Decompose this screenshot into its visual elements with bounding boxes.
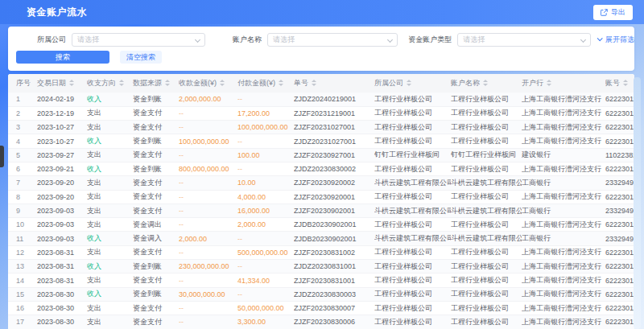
account-name-select-placeholder: 请选择 <box>273 35 295 45</box>
column-header-bank[interactable]: 开户行 <box>522 74 605 93</box>
company-select[interactable]: 请选择 <box>72 33 205 47</box>
table-row[interactable]: 22023-12-19支出资金支付--17,200.00ZJZF20231219… <box>8 106 634 120</box>
sort-icon[interactable] <box>220 80 225 86</box>
cell-order_no: ZJZF20230927001 <box>294 148 374 162</box>
sort-icon[interactable] <box>547 80 551 86</box>
cell-account_name: 工程行业样板公司 <box>451 190 522 204</box>
table-row[interactable]: 172023-08-30支出资金支付--3,300.00ZJZF20230830… <box>8 315 634 329</box>
table-row[interactable]: 152023-08-30收入资金到账30,000,000.00--ZJDZ202… <box>8 287 634 301</box>
table-header-row: 序号交易日期收支方向数据来源收款金额(¥)付款金额(¥)单号所属公司账户名称开户… <box>8 74 634 93</box>
cell-payment: -- <box>237 260 294 273</box>
table-row[interactable]: 12024-02-19收入资金到账2,000,000.00--ZJDZ20240… <box>8 93 634 106</box>
vertical-scrollbar[interactable] <box>634 77 641 329</box>
cell-payment: 3,300.00 <box>237 315 294 329</box>
cell-account_name: 工程行业样板公司 <box>451 134 522 148</box>
cell-payment: -- <box>237 287 294 301</box>
chevron-down-icon <box>580 37 586 43</box>
cell-source: 资金到账 <box>133 287 179 301</box>
cell-account_no: 622230111 <box>605 273 634 287</box>
cell-direction: 收入 <box>87 287 133 301</box>
cell-date: 2023-08-31 <box>37 260 87 273</box>
cell-account_name: 工程行业样板公司 <box>451 93 522 106</box>
table-row[interactable]: 142023-08-31支出资金支付--41,334.00ZJZF2023083… <box>8 273 634 287</box>
chevron-down-icon <box>597 35 603 41</box>
search-button[interactable]: 搜索 <box>16 51 109 64</box>
cell-payment: 500,000,000.00 <box>237 245 294 259</box>
cell-income: -- <box>179 121 237 134</box>
table-row[interactable]: 112023-09-03收入资金调入2,000.00--ZJDB20230902… <box>8 232 634 245</box>
column-header-label: 交易日期 <box>37 79 66 87</box>
expand-filters-link[interactable]: 展开筛选 <box>597 35 634 45</box>
cell-company: 工程行业样板公司 <box>374 190 451 204</box>
clear-search-button[interactable]: 清空搜索 <box>120 51 162 64</box>
cell-date: 2023-10-27 <box>37 134 87 148</box>
cell-income: -- <box>179 245 237 259</box>
column-header-direction[interactable]: 收支方向 <box>87 74 133 93</box>
table-row[interactable]: 122023-08-31支出资金支付--500,000,000.00ZJZF20… <box>8 245 634 259</box>
cell-idx: 13 <box>8 260 37 273</box>
cell-bank: 工商银行 <box>522 176 605 190</box>
cell-date: 2023-09-03 <box>37 204 87 217</box>
cell-source: 资金到账 <box>133 162 179 175</box>
table-row[interactable]: 42023-10-27收入资金到账100,000,000.00--ZJDZ202… <box>8 134 634 148</box>
cell-order_no: ZJDB20230902001 <box>294 218 374 232</box>
column-header-source[interactable]: 数据来源 <box>133 74 179 93</box>
cell-payment: 100.00 <box>237 148 294 162</box>
cell-income: 2,000,000.00 <box>179 93 237 106</box>
column-header-payment[interactable]: 付款金额(¥) <box>237 74 294 93</box>
cell-bank: 上海工商银行漕河泾支行 <box>522 121 605 134</box>
sort-icon[interactable] <box>312 80 316 86</box>
table-row[interactable]: 132023-08-31收入资金到账230,000,000.00--ZJDZ20… <box>8 260 634 273</box>
table-row[interactable]: 162023-08-30支出资金支付--50,000,000.00ZJZF202… <box>8 301 634 315</box>
sort-icon[interactable] <box>623 80 628 86</box>
table-row[interactable]: 62023-09-21收入资金到账800,000,000.00--ZJDZ202… <box>8 162 634 175</box>
column-header-company[interactable]: 所属公司 <box>374 74 451 93</box>
table-row[interactable]: 102023-09-03支出资金调出--2,000.00ZJDB20230902… <box>8 218 634 232</box>
table-row[interactable]: 52023-09-27支出资金支付--100.00ZJZF20230927001… <box>8 148 634 162</box>
cell-source: 资金支付 <box>133 204 179 217</box>
cell-account_no: 622230111 <box>605 93 634 106</box>
cell-account_no: 622230111 <box>605 301 634 315</box>
column-header-date[interactable]: 交易日期 <box>37 74 87 93</box>
cell-bank: 上海工商银行漕河泾支行 <box>522 190 605 204</box>
cell-account_name: 工程行业样板公司 <box>451 245 522 259</box>
account-name-select[interactable]: 请选择 <box>267 33 398 47</box>
cell-date: 2023-09-03 <box>37 218 87 232</box>
export-button[interactable]: 导出 <box>593 5 633 20</box>
cell-account_no: 622230111 <box>605 287 634 301</box>
column-header-order_no[interactable]: 单号 <box>294 74 374 93</box>
column-header-label: 单号 <box>294 79 308 87</box>
cell-income: -- <box>179 106 237 120</box>
column-header-account_name[interactable]: 账户名称 <box>451 74 522 93</box>
cell-company: 工程行业样板公司 <box>374 245 451 259</box>
table-row[interactable]: 32023-10-27支出资金支付--100,000,000.00ZJZF202… <box>8 121 634 134</box>
cell-order_no: ZJDZ20230830003 <box>294 287 374 301</box>
cell-account_no: 622230111 <box>605 134 634 148</box>
column-header-income[interactable]: 收款金额(¥) <box>179 74 237 93</box>
cell-order_no: ZJZF20231219001 <box>294 106 374 120</box>
table-row[interactable]: 72023-09-20支出资金支付--10.00ZJZF20230920002斗… <box>8 176 634 190</box>
column-header-label: 付款金额(¥) <box>237 79 275 87</box>
sort-icon[interactable] <box>119 80 124 86</box>
cell-bank: 上海工商银行漕河泾支行 <box>522 245 605 259</box>
cell-source: 资金调出 <box>133 218 179 232</box>
cell-source: 资金支付 <box>133 121 179 134</box>
cell-direction: 收入 <box>87 260 133 273</box>
table-row[interactable]: 92023-09-03支出资金支付--16,000.00ZJZF20230902… <box>8 204 634 217</box>
sort-icon[interactable] <box>407 80 411 86</box>
cell-direction: 支出 <box>87 273 133 287</box>
cell-date: 2023-09-03 <box>37 232 87 245</box>
sort-icon[interactable] <box>165 80 170 86</box>
sort-icon[interactable] <box>279 80 283 86</box>
table-row[interactable]: 82023-09-20支出资金支付--4,000.00ZJZF202309200… <box>8 190 634 204</box>
column-header-account_no[interactable]: 账号 <box>605 74 634 93</box>
cell-direction: 支出 <box>87 218 133 232</box>
collapsed-side-handle[interactable] <box>0 146 4 167</box>
cell-account_no: 622230111 <box>605 245 634 259</box>
sort-icon[interactable] <box>69 80 74 86</box>
cell-income: 230,000,000.00 <box>179 260 237 273</box>
cell-date: 2023-08-30 <box>37 287 87 301</box>
cell-idx: 12 <box>8 245 37 259</box>
account-type-select[interactable]: 请选择 <box>457 33 591 47</box>
sort-icon[interactable] <box>483 80 488 86</box>
